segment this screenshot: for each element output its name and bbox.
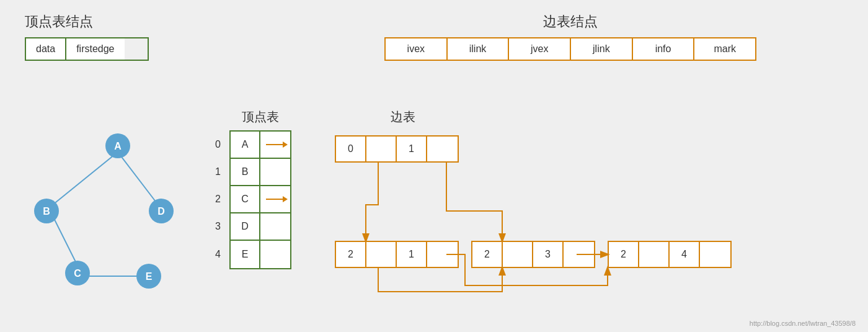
row-index-4: 4	[215, 249, 221, 260]
vertex-row-2: 2 C	[231, 186, 290, 213]
edge-box-3: 2 3	[471, 241, 595, 268]
eb3-jlink	[564, 242, 594, 267]
edge-box-2: 2 1	[335, 241, 459, 268]
eb3-jvex: 3	[533, 242, 564, 267]
edge-cell-jvex: jvex	[509, 38, 571, 60]
edge-box-1: 0 1	[335, 135, 459, 163]
watermark: http://blog.csdn.net/lwtran_43598/8	[750, 320, 856, 327]
svg-text:D: D	[157, 206, 165, 217]
eb1-ilink	[366, 137, 397, 161]
edge-box-4: 2 4	[608, 241, 732, 268]
svg-line-0	[53, 152, 118, 205]
edge-table-title: 边表	[391, 109, 415, 125]
edge-node-section: 边表结点 ivex ilink jvex jlink info mark	[285, 12, 856, 61]
svg-text:B: B	[43, 206, 50, 217]
row-index-1: 1	[215, 166, 221, 177]
vertex-data-4: 4 E	[231, 241, 260, 268]
eb2-ivex: 2	[336, 242, 366, 267]
main-container: 顶点表结点 data firstedge 边表结点 ivex ilink jve…	[0, 0, 868, 332]
vertex-row-3: 3 D	[231, 213, 290, 241]
vertex-row-0: 0 A	[231, 132, 290, 159]
vertex-edge-2	[260, 186, 290, 212]
edge-cell-mark: mark	[694, 38, 755, 60]
vertex-table-title: 顶点表	[242, 109, 279, 125]
vertex-edge-3	[260, 213, 290, 240]
eb4-jlink	[700, 242, 730, 267]
eb4-ivex: 2	[609, 242, 639, 267]
edge-cell-jlink: jlink	[571, 38, 633, 60]
svg-line-2	[53, 216, 78, 266]
vertex-data-0: 0 A	[231, 132, 260, 158]
vertex-node-section: 顶点表结点 data firstedge	[25, 12, 149, 61]
eb1-jvex: 1	[397, 137, 427, 161]
eb2-jvex: 1	[397, 242, 427, 267]
edge-cell-ivex: ivex	[386, 38, 448, 60]
eb3-ivex: 2	[472, 242, 503, 267]
eb4-ilink	[639, 242, 670, 267]
svg-line-1	[118, 152, 158, 205]
vertex-node-title: 顶点表结点	[25, 12, 149, 31]
vertex-node-box: data firstedge	[25, 37, 149, 61]
vertex-edge-1	[260, 159, 290, 185]
svg-marker-12	[283, 196, 288, 202]
svg-text:A: A	[114, 141, 122, 151]
vertex-row-4: 4 E	[231, 241, 290, 268]
vertex-cell-firstedge: firstedge	[66, 38, 124, 60]
vertex-edge-0	[260, 132, 290, 158]
eb3-ilink	[503, 242, 533, 267]
vertex-row-1: 1 B	[231, 159, 290, 186]
edge-cell-info: info	[633, 38, 695, 60]
eb1-ivex: 0	[336, 137, 366, 161]
arrows-svg	[211, 105, 769, 304]
edge-node-title: 边表结点	[285, 12, 856, 31]
vertex-data-1: 1 B	[231, 159, 260, 185]
graph-svg: A B C D E	[12, 112, 198, 310]
edge-node-box: ivex ilink jvex jlink info mark	[384, 37, 756, 61]
vertex-cell-data: data	[26, 38, 66, 60]
vertex-data-2: 2 C	[231, 186, 260, 212]
row-index-3: 3	[215, 221, 221, 232]
eb2-ilink	[366, 242, 397, 267]
eb2-jlink	[427, 242, 458, 267]
edge-cell-ilink: ilink	[448, 38, 510, 60]
eb1-jlink	[427, 137, 458, 161]
graph-area: A B C D E	[12, 112, 198, 310]
svg-marker-10	[283, 141, 288, 148]
row-index-2: 2	[215, 194, 221, 205]
svg-text:E: E	[146, 271, 153, 282]
row-index-0: 0	[215, 139, 221, 150]
vertex-edge-4	[260, 241, 290, 268]
eb4-jvex: 4	[670, 242, 700, 267]
diagram-area: 顶点表 边表 0 A 1 B	[211, 105, 862, 320]
svg-text:C: C	[74, 268, 81, 279]
vertex-data-3: 3 D	[231, 213, 260, 240]
vertex-table: 0 A 1 B 2 C	[229, 130, 291, 269]
